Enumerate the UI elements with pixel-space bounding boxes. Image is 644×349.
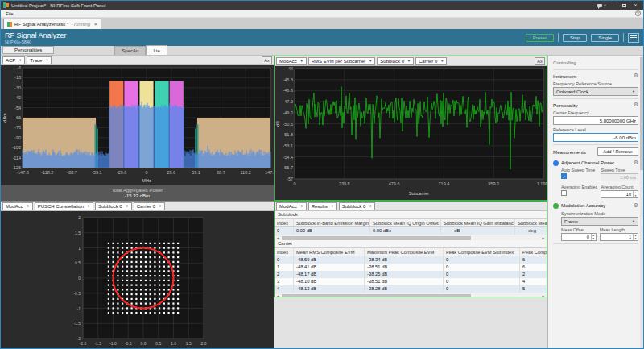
chevron-down-icon: ▼ (369, 59, 372, 63)
averaging-count-stepper[interactable]: 10 ▲▼ (601, 190, 638, 198)
constellation-subblock-dropdown[interactable]: Subblock 0▼ (95, 202, 132, 210)
close-button[interactable]: × (630, 2, 641, 10)
evm-measurement-dropdown[interactable]: ModAcc▼ (276, 57, 307, 65)
tab-close-icon[interactable]: × (94, 22, 97, 27)
table-cell: 4 (520, 278, 547, 285)
table-header-cell: Maximum Peak Composite EVM (365, 248, 444, 256)
sidebar-scrollbar[interactable] (640, 56, 643, 348)
chevron-down-icon: ▼ (632, 219, 635, 223)
chevron-down-icon: ▼ (45, 58, 48, 62)
evm-carrier-dropdown[interactable]: Carrier 0▼ (415, 57, 447, 65)
frequency-reference-source-dropdown[interactable]: Onboard Clock ▼ (553, 87, 638, 96)
table-row[interactable]: 0-48.59 dB-38.34 dB06 (275, 256, 547, 264)
task-tab[interactable]: RF Signal Analyzer.task * - running × (3, 19, 101, 29)
acp-measurement-row[interactable]: Adjacent Channel Power ⚙ (553, 160, 638, 166)
constellation-measurement-dropdown[interactable]: ModAcc▼ (2, 202, 33, 210)
add-remove-button[interactable]: Add / Remove (597, 147, 638, 156)
averaging-enabled-checkbox[interactable] (561, 190, 567, 196)
stepper-down-icon[interactable]: ▼ (634, 194, 638, 197)
table-row[interactable]: 3-48.10 dB-38.51 dB04 (275, 278, 547, 285)
svg-text:-50.5: -50.5 (283, 122, 293, 127)
axis-settings-button[interactable]: Ax (262, 56, 272, 64)
tab-specan[interactable]: SpecAn (114, 46, 146, 55)
acp-measurement-dropdown[interactable]: ACP▼ (2, 56, 25, 64)
results-subblock-dropdown[interactable]: Subblock 0▼ (339, 202, 376, 210)
modacc-measurement-row[interactable]: Modulation Accuracy ⚙ (553, 202, 638, 209)
evm-view-dropdown[interactable]: RMS EVM per Subcarrier▼ (308, 57, 376, 65)
personalities-button[interactable]: Personalities (2, 46, 54, 54)
help-icon[interactable]: ? (635, 10, 641, 16)
stepper-down-icon[interactable]: ▼ (634, 237, 638, 240)
table-row[interactable]: 00.00 dB0.00 dBc------ dB------ deg (275, 227, 547, 235)
synchronization-mode-dropdown[interactable]: Frame ▼ (561, 217, 638, 226)
hamburger-menu-icon[interactable] (628, 33, 639, 43)
stop-button[interactable]: Stop (563, 34, 587, 42)
task-icon (7, 22, 12, 27)
constellation-toolbar: ModAcc▼ PUSCH Constellation▼ Subblock 0▼… (1, 202, 274, 211)
meas-length-stepper[interactable]: 1 ▲▼ (600, 233, 638, 241)
averaging-count-cell: Averaging Count 10 ▲▼ (601, 185, 638, 198)
gear-icon[interactable]: ⚙ (634, 102, 638, 108)
minimize-button[interactable]: – (608, 2, 618, 10)
chevron-down-icon: ▼ (27, 204, 30, 208)
gear-icon[interactable]: ⚙ (634, 160, 638, 166)
averaging-enabled-label: Averaging Enabled (561, 185, 597, 189)
stepper-down-icon[interactable]: ▼ (592, 237, 596, 240)
scroll-left-icon[interactable]: ◀ (275, 236, 281, 240)
app-header: RF Signal Analyzer NI PXIe-5840 Preset S… (1, 29, 643, 46)
svg-text:-1.0: -1.0 (109, 341, 117, 346)
table-row[interactable]: 4-48.13 dB-38.28 dB05 (275, 285, 547, 293)
evm-subcarrier-chart[interactable]: 0239.8479.6719.4959.21.199k-44-45.3-46.6… (275, 66, 547, 200)
divider (553, 69, 638, 70)
pusch-constellation-chart[interactable]: -2.0-1.5-1.0-0.50.00.51.01.52.021.510.50… (1, 211, 274, 349)
subblock-hscrollbar[interactable]: ◀ ▶ (275, 235, 547, 240)
acp-spectrum-chart[interactable]: -147.8-118.2-88.7-59.1-29.6029.659.188.7… (1, 65, 274, 185)
svg-text:1.5: 1.5 (75, 231, 80, 235)
constellation-carrier-dropdown[interactable]: Carrier 0▼ (134, 202, 165, 210)
gear-icon[interactable]: ⚙ (634, 73, 638, 79)
reference-level-field[interactable]: -6.00 dBm (553, 133, 638, 142)
svg-text:Subcarrier: Subcarrier (409, 191, 430, 196)
auto-sweep-time-checkbox[interactable]: ✓ (561, 173, 567, 179)
menu-file[interactable]: File (1, 11, 19, 16)
svg-text:-55.7: -55.7 (283, 165, 293, 170)
table-header-cell: Peak Composite EVM Symbol In (520, 248, 547, 256)
feedback-icon[interactable]: ▼ (597, 2, 607, 10)
table-cell: -48.13 dB (294, 285, 365, 293)
meas-offset-cell: Meas Offset 0 ▲▼ (561, 227, 597, 241)
preset-button[interactable]: Preset (526, 34, 554, 42)
results-measurement-dropdown[interactable]: ModAcc▼ (276, 202, 307, 210)
acp-view-dropdown[interactable]: Trace▼ (27, 56, 52, 64)
svg-text:-54: -54 (14, 106, 21, 110)
results-view-dropdown[interactable]: Results▼ (308, 202, 337, 210)
empty-area (274, 297, 547, 348)
window-title: Untitled Project* - NI-RFmx Soft Front P… (11, 3, 105, 8)
svg-text:0: 0 (145, 170, 147, 175)
meas-offset-stepper[interactable]: 0 ▲▼ (561, 233, 597, 241)
axis-settings-button[interactable]: Ax (535, 57, 545, 65)
evm-subblock-dropdown[interactable]: Subblock 0▼ (377, 57, 414, 65)
table-cell: -48.10 dB (294, 278, 365, 285)
table-cell: 0 (444, 264, 520, 271)
gear-icon[interactable]: ⚙ (634, 202, 638, 209)
restore-button[interactable] (619, 2, 630, 10)
svg-text:239.8: 239.8 (339, 181, 350, 186)
header-divider (558, 33, 559, 42)
tab-lte[interactable]: Lte (146, 45, 167, 55)
table-cell: 2 (520, 271, 547, 278)
table-cell: ------ deg (515, 227, 547, 235)
table-row[interactable]: 1-48.41 dB-38.51 dB06 (275, 264, 547, 271)
meas-length-cell: Meas Length 1 ▲▼ (600, 227, 638, 241)
single-button[interactable]: Single (591, 34, 619, 42)
scroll-thumb[interactable] (282, 236, 471, 240)
svg-text:-49.2: -49.2 (283, 110, 293, 115)
modacc-measurement-dot (553, 203, 559, 209)
center-frequency-field[interactable]: 5.80000000 GHz (553, 116, 638, 125)
svg-text:-18: -18 (14, 75, 21, 80)
svg-text:2.0: 2.0 (201, 341, 207, 346)
table-row[interactable]: 2-48.17 dB-38.25 dB02 (275, 271, 547, 278)
table-cell: -48.59 dB (294, 256, 365, 264)
table-cell: 0 (444, 256, 520, 264)
scroll-right-icon[interactable]: ▶ (540, 236, 547, 240)
constellation-view-dropdown[interactable]: PUSCH Constellation▼ (35, 202, 93, 210)
